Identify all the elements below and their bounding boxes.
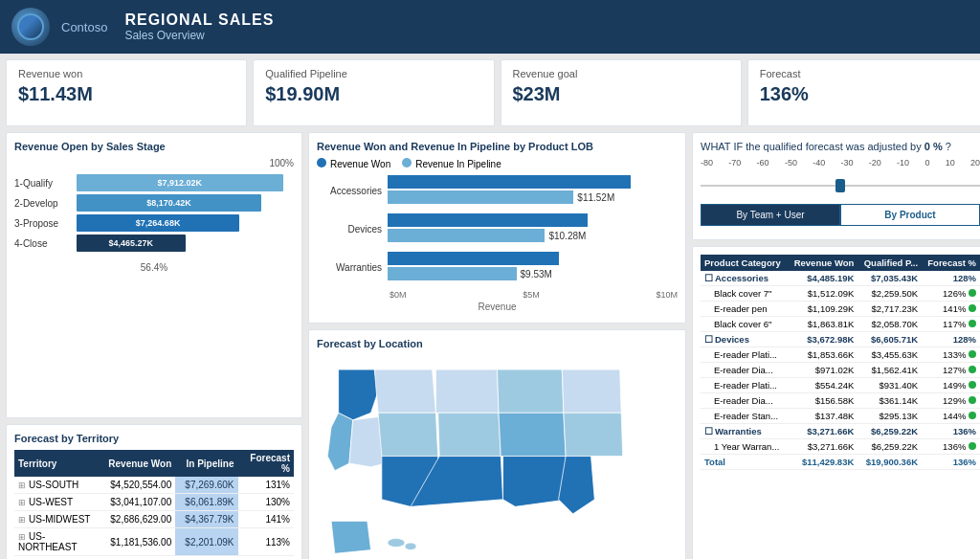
product-name: E-reader pen bbox=[701, 302, 788, 317]
territory-title: Forecast by Territory bbox=[14, 433, 294, 444]
product-qual: $1,562.41K bbox=[858, 363, 922, 378]
legend-pipeline-dot bbox=[402, 158, 412, 168]
territory-name: ⊞US-WEST bbox=[14, 494, 101, 511]
stage-bar-wrap: $4,465.27K bbox=[77, 235, 294, 252]
category-name: ☐Warranties bbox=[701, 424, 788, 439]
product-table: Product Category Revenue Won Qualified P… bbox=[701, 255, 980, 470]
in-pipeline-cell: $2,201.09K bbox=[175, 528, 237, 556]
lob-bar-pipeline bbox=[388, 190, 573, 204]
tab-product[interactable]: By Product bbox=[840, 204, 980, 226]
slider-label-tick: -80 bbox=[701, 158, 713, 168]
tab-buttons: By Team + User By Product bbox=[701, 204, 980, 226]
slider-label-tick: 20 bbox=[970, 158, 980, 168]
slider-label-tick: 10 bbox=[946, 158, 955, 168]
kpi-qualified-label: Qualified Pipeline bbox=[265, 68, 481, 79]
stage-bar: $7,264.68K bbox=[77, 214, 239, 232]
lob-bar-pipeline-wrap: $11.52M bbox=[388, 190, 674, 204]
kpi-goal-label: Revenue goal bbox=[513, 68, 729, 79]
svg-marker-11 bbox=[503, 457, 568, 507]
category-qual: $7,035.43K bbox=[858, 271, 922, 286]
product-qual: $931.40K bbox=[858, 378, 922, 393]
product-rev: $1,512.09K bbox=[788, 286, 858, 302]
lob-axis-label: Revenue bbox=[317, 302, 678, 312]
kpi-forecast-label: Forecast bbox=[760, 68, 976, 79]
product-qual: $295.13K bbox=[858, 409, 922, 424]
product-forecast: 141% bbox=[922, 302, 980, 317]
category-qual: $6,605.71K bbox=[858, 332, 922, 347]
stage-label: 4-Close bbox=[14, 238, 77, 249]
product-row: E-reader Stan... $137.48K $295.13K 144% bbox=[701, 409, 980, 424]
stage-bar-wrap: $7,912.02K bbox=[77, 174, 294, 191]
territory-table: Territory Revenue Won In Pipeline Foreca… bbox=[14, 450, 294, 559]
slider-container bbox=[701, 171, 980, 200]
product-qual: $6,259.22K bbox=[858, 439, 922, 455]
mid-column: Revenue Won and Revenue In Pipeline by P… bbox=[308, 132, 686, 559]
status-dot bbox=[969, 350, 976, 358]
kpi-goal-value: $23M bbox=[513, 83, 729, 105]
svg-marker-7 bbox=[438, 413, 501, 456]
category-qual: $6,259.22K bbox=[858, 424, 922, 439]
kpi-row: Revenue won $11.43M Qualified Pipeline $… bbox=[6, 59, 980, 126]
product-row: E-reader pen $1,109.29K $2,717.23K 141% bbox=[701, 302, 980, 317]
map-panel: Forecast by Location bbox=[308, 329, 686, 559]
in-pipeline-cell: $7,269.60K bbox=[175, 477, 237, 494]
stage-bar-wrap: $8,170.42K bbox=[77, 194, 294, 212]
right-column: WHAT IF the qualified forecast was adjus… bbox=[692, 132, 980, 559]
kpi-qualified-pipeline: Qualified Pipeline $19.90M bbox=[253, 59, 494, 126]
svg-marker-13 bbox=[564, 413, 623, 456]
svg-marker-6 bbox=[435, 369, 499, 413]
lob-bar-won-wrap bbox=[388, 252, 674, 265]
stage-bar: $7,912.02K bbox=[77, 174, 283, 191]
category-rev: $4,485.19K bbox=[788, 271, 858, 286]
lob-bar-pipeline bbox=[388, 267, 517, 280]
product-rev: $3,271.66K bbox=[788, 439, 858, 455]
svg-marker-15 bbox=[331, 521, 370, 553]
kpi-revenue-won-value: $11.43M bbox=[18, 83, 234, 105]
stage-row: 1-Qualify $7,912.02K bbox=[14, 174, 294, 191]
category-row: ☐Warranties $3,271.66K $6,259.22K 136% bbox=[701, 424, 980, 439]
svg-marker-3 bbox=[374, 369, 435, 413]
in-pipeline-cell: $4,367.79K bbox=[175, 511, 237, 528]
lob-label: Devices bbox=[321, 224, 388, 235]
stage-bottom-pct: 56.4% bbox=[14, 262, 294, 273]
territory-name: ⊞US-MIDWEST bbox=[14, 511, 101, 528]
slider-label-tick: -70 bbox=[728, 158, 741, 168]
status-dot bbox=[969, 412, 976, 419]
slider-thumb[interactable] bbox=[835, 179, 845, 192]
product-name: E-reader Plati... bbox=[701, 347, 788, 363]
lob-bar-won bbox=[388, 213, 588, 227]
product-rev: $1,109.29K bbox=[788, 302, 858, 317]
category-rev: $3,672.98K bbox=[788, 332, 858, 347]
table-row: ⊞US-MIDWEST $2,686,629.00 $4,367.79K 141… bbox=[14, 511, 294, 528]
lob-label: Accessories bbox=[321, 186, 388, 196]
product-row: Black cover 7" $1,512.09K $2,259.50K 126… bbox=[701, 286, 980, 302]
product-rev: $156.58K bbox=[788, 393, 858, 409]
stage-bar: $4,465.27K bbox=[77, 235, 186, 252]
product-rev: $971.02K bbox=[788, 363, 858, 378]
legend-pipeline: Revenue In Pipeline bbox=[402, 158, 501, 169]
category-row: ☐Devices $3,672.98K $6,605.71K 128% bbox=[701, 332, 980, 347]
forecast-pct-cell: 131% bbox=[238, 477, 294, 494]
territory-name: ⊞US-SOUTH bbox=[14, 477, 101, 494]
category-rev: $3,271.66K bbox=[788, 424, 858, 439]
tab-team-user[interactable]: By Team + User bbox=[701, 204, 840, 226]
slider-label-tick: 0 bbox=[924, 158, 929, 168]
main-content: Revenue won $11.43M Qualified Pipeline $… bbox=[0, 54, 980, 559]
revenue-won-cell: $1,181,536.00 bbox=[101, 528, 176, 556]
product-rev: $137.48K bbox=[788, 409, 858, 424]
lob-bar-pipeline-wrap: $9.53M bbox=[388, 267, 674, 280]
svg-marker-9 bbox=[498, 369, 564, 413]
lob-bar-won-wrap bbox=[388, 175, 674, 189]
product-rev: $1,863.81K bbox=[788, 317, 858, 332]
legend-won-dot bbox=[317, 158, 326, 168]
title-block: REGIONAL SALES Sales Overview bbox=[124, 11, 274, 42]
svg-point-16 bbox=[388, 539, 405, 548]
kpi-revenue-won: Revenue won $11.43M bbox=[6, 59, 247, 126]
col-rev-won-product: Revenue Won bbox=[788, 255, 858, 271]
product-row: E-reader Dia... $156.58K $361.14K 129% bbox=[701, 393, 980, 409]
lob-value: $10.28M bbox=[548, 231, 586, 241]
product-forecast: 126% bbox=[922, 286, 980, 302]
product-row: E-reader Plati... $1,853.66K $3,455.63K … bbox=[701, 347, 980, 363]
slider-label-tick: -30 bbox=[840, 158, 853, 168]
lob-bar-won-wrap bbox=[388, 213, 674, 227]
